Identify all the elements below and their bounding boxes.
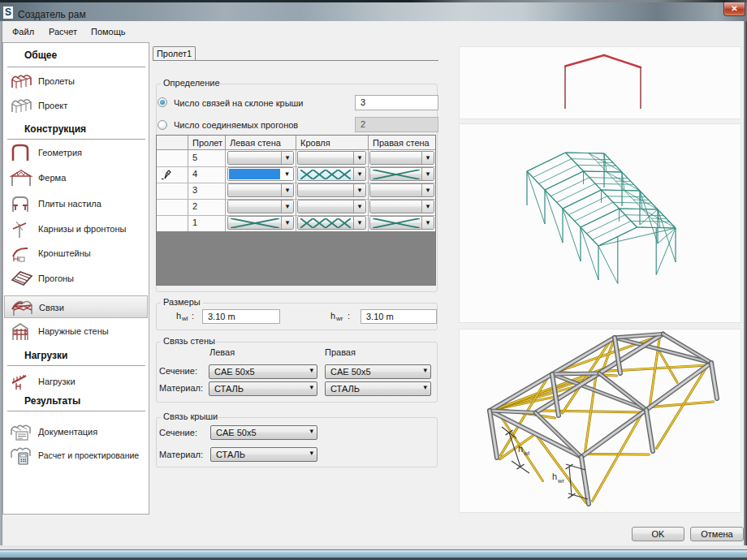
svg-text:h: h [552,472,557,481]
svg-text:wr: wr [557,477,564,485]
svg-text:wl: wl [523,450,529,457]
svg-text:h: h [518,444,523,454]
